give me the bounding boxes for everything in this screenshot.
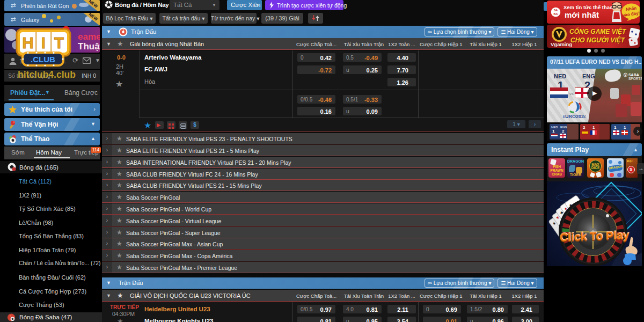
svg-text:T: T [54,34,64,52]
svg-text:EURO2024: EURO2024 [563,114,586,119]
svg-text:.CLUB: .CLUB [31,55,55,64]
svg-text:SA: SA [554,9,558,12]
svg-text:I: I [41,34,46,52]
svg-text:H: H [22,34,34,52]
svg-text:BA: BA [554,12,558,16]
